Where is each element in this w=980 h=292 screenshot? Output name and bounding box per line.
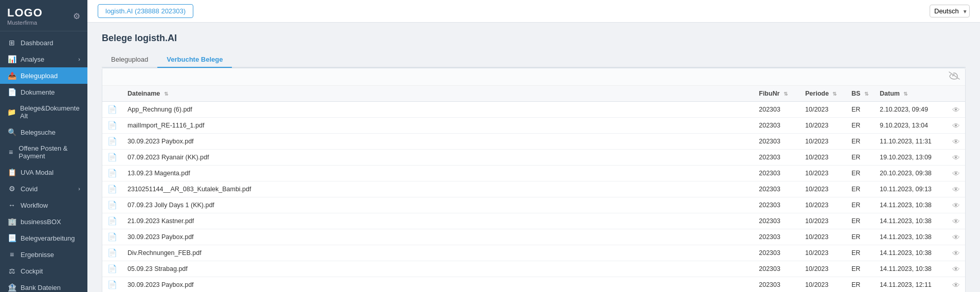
th-fibunr[interactable]: FibuNr ⇅ <box>754 86 800 102</box>
tab-belegupload[interactable]: Belegupload <box>102 52 157 68</box>
topbar-left: logisth.AI (238888 202303) <box>98 4 193 18</box>
cell-dateiname: 13.09.23 Magenta.pdf <box>122 166 754 181</box>
cell-datum: 9.10.2023, 13:04 <box>875 118 947 134</box>
sidebar-item-covid[interactable]: ⚙ Covid › <box>0 180 87 197</box>
cell-action: 👁 <box>947 197 965 213</box>
sidebar-icon-belegverarbeitung: 📃 <box>7 234 16 242</box>
sidebar-icon-belege-dokumente-alt: 📁 <box>7 108 16 116</box>
file-icon-cell: 📄 <box>102 277 122 293</box>
table-toolbar <box>102 68 965 86</box>
cell-bs: ER <box>846 229 875 245</box>
view-icon[interactable]: 👁 <box>952 249 960 258</box>
cell-bs: ER <box>846 197 875 213</box>
sort-icon-bs: ⇅ <box>864 91 868 97</box>
sidebar-nav: ⊞ Dashboard 📊 Analyse › 📤 Belegupload 📄 … <box>0 31 87 292</box>
sidebar-item-dashboard[interactable]: ⊞ Dashboard <box>0 34 87 51</box>
sidebar-item-businessbox[interactable]: 🏢 businessBOX <box>0 213 87 230</box>
cell-bs: ER <box>846 277 875 293</box>
file-icon: 📄 <box>107 200 117 209</box>
table-row: 📄 Div.Rechnungen_FEB.pdf 202303 10/2023 … <box>102 245 965 261</box>
cell-dateiname: 07.09.23 Jolly Days 1 (KK).pdf <box>122 197 754 213</box>
sidebar-item-ergebnisse[interactable]: ≡ Ergebnisse <box>0 246 87 263</box>
view-icon[interactable]: 👁 <box>952 201 960 210</box>
language-select[interactable]: DeutschEnglish <box>930 5 970 17</box>
cell-periode: 10/2023 <box>800 261 846 277</box>
tab-verbuchte[interactable]: Verbuchte Belege <box>157 52 232 68</box>
sidebar-item-offene-posten[interactable]: ≡ Offene Posten & Payment <box>0 140 87 164</box>
sidebar-label-uva-modal: UVA Modal <box>21 169 53 176</box>
client-button[interactable]: logisth.AI (238888 202303) <box>98 4 193 18</box>
view-icon[interactable]: 👁 <box>952 105 960 114</box>
sidebar-item-analyse[interactable]: 📊 Analyse › <box>0 51 87 67</box>
view-icon[interactable]: 👁 <box>952 281 960 289</box>
view-icon[interactable]: 👁 <box>952 169 960 178</box>
sidebar-icon-bank-dateien: 🏦 <box>7 283 16 291</box>
file-icon: 📄 <box>107 280 117 289</box>
cell-fibunr: 202303 <box>754 277 800 293</box>
sidebar-item-bank-dateien[interactable]: 🏦 Bank Dateien <box>0 279 87 292</box>
cell-bs: ER <box>846 102 875 118</box>
sidebar-item-belegupload[interactable]: 📤 Belegupload <box>0 67 87 84</box>
sidebar-icon-analyse: 📊 <box>7 55 16 63</box>
view-icon[interactable]: 👁 <box>952 233 960 242</box>
hide-columns-icon[interactable] <box>949 71 960 82</box>
settings-icon[interactable]: ⚙ <box>73 11 80 21</box>
sidebar-item-belege-dokumente-alt[interactable]: 📁 Belege&Dokumente Alt <box>0 100 87 124</box>
cell-fibunr: 202303 <box>754 118 800 134</box>
cell-bs: ER <box>846 245 875 261</box>
file-icon-cell: 📄 <box>102 166 122 181</box>
sidebar-item-dokumente[interactable]: 📄 Dokumente <box>0 84 87 100</box>
cell-action: 👁 <box>947 150 965 166</box>
table-row: 📄 13.09.23 Magenta.pdf 202303 10/2023 ER… <box>102 166 965 181</box>
cell-fibunr: 202303 <box>754 166 800 181</box>
page-title: Belege logisth.AI <box>102 33 966 44</box>
cell-dateiname: 21.09.2023 Kastner.pdf <box>122 213 754 229</box>
file-icon-cell: 📄 <box>102 245 122 261</box>
sidebar-icon-dashboard: ⊞ <box>7 39 16 47</box>
sidebar-item-cockpit[interactable]: ⚖ Cockpit <box>0 263 87 279</box>
sort-icon-periode: ⇅ <box>832 91 837 97</box>
file-icon-cell: 📄 <box>102 102 122 118</box>
file-icon-cell: 📄 <box>102 134 122 150</box>
topbar: logisth.AI (238888 202303) DeutschEnglis… <box>87 0 980 23</box>
cell-dateiname: 2310251144__AR_083_Kutalek_Bambi.pdf <box>122 181 754 197</box>
sidebar-item-uva-modal[interactable]: 📋 UVA Modal <box>0 164 87 180</box>
view-icon[interactable]: 👁 <box>952 121 960 130</box>
cell-periode: 10/2023 <box>800 102 846 118</box>
view-icon[interactable]: 👁 <box>952 185 960 194</box>
sidebar-label-businessbox: businessBOX <box>21 218 61 226</box>
table-row: 📄 30.09.2023 Paybox.pdf 202303 10/2023 E… <box>102 134 965 150</box>
sidebar-icon-dokumente: 📄 <box>7 88 16 96</box>
cell-datum: 10.11.2023, 09:13 <box>875 181 947 197</box>
view-icon[interactable]: 👁 <box>952 217 960 226</box>
sort-icon-datum: ⇅ <box>903 91 908 97</box>
th-periode[interactable]: Periode ⇅ <box>800 86 846 102</box>
file-icon: 📄 <box>107 153 117 161</box>
sidebar-item-workflow[interactable]: ↔ Workflow <box>0 197 87 213</box>
table-row: 📄 07.09.23 Jolly Days 1 (KK).pdf 202303 … <box>102 197 965 213</box>
cell-fibunr: 202303 <box>754 229 800 245</box>
view-icon[interactable]: 👁 <box>952 153 960 162</box>
sidebar-icon-cockpit: ⚖ <box>7 267 16 275</box>
cell-action: 👁 <box>947 118 965 134</box>
cell-fibunr: 202303 <box>754 213 800 229</box>
sidebar-icon-covid: ⚙ <box>7 185 16 193</box>
th-dateiname[interactable]: Dateiname ⇅ <box>122 86 754 102</box>
sidebar-icon-offene-posten: ≡ <box>7 148 14 156</box>
view-icon[interactable]: 👁 <box>952 265 960 273</box>
cell-action: 👁 <box>947 229 965 245</box>
sort-icon-dateiname: ⇅ <box>164 91 168 97</box>
view-icon[interactable]: 👁 <box>952 137 960 146</box>
file-icon-cell: 📄 <box>102 261 122 277</box>
sidebar-label-belegsuche: Belegsuche <box>21 129 56 136</box>
sidebar-item-belegverarbeitung[interactable]: 📃 Belegverarbeitung <box>0 230 87 246</box>
sidebar-icon-belegupload: 📤 <box>7 71 16 80</box>
th-datum[interactable]: Datum ⇅ <box>875 86 947 102</box>
logo-brand: LOGO <box>7 6 43 20</box>
cell-fibunr: 202303 <box>754 102 800 118</box>
table-row: 📄 05.09.23 Strabag.pdf 202303 10/2023 ER… <box>102 261 965 277</box>
th-bs[interactable]: BS ⇅ <box>846 86 875 102</box>
sidebar-item-belegsuche[interactable]: 🔍 Belegsuche <box>0 124 87 140</box>
file-icon: 📄 <box>107 105 117 114</box>
sidebar-label-dokumente: Dokumente <box>21 88 55 96</box>
